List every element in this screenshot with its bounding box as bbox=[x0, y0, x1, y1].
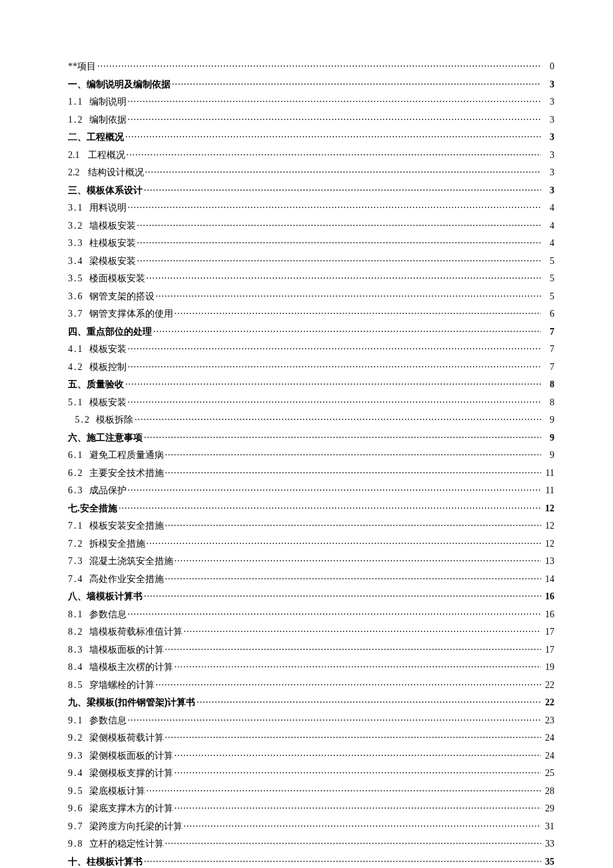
toc-entry-title: 模板控制 bbox=[89, 362, 127, 372]
toc-entry[interactable]: 1.2编制依据3 bbox=[68, 113, 554, 126]
toc-entry[interactable]: 9.1参数信息23 bbox=[68, 714, 554, 727]
toc-entry-number: 7.4 bbox=[68, 574, 84, 585]
toc-leader-dots bbox=[175, 555, 542, 564]
table-of-contents: **项目0一、编制说明及编制依据31.1编制说明31.2编制依据3二、工程概况3… bbox=[68, 60, 554, 868]
toc-leader-dots bbox=[153, 325, 541, 335]
toc-entry-label: **项目 bbox=[68, 61, 96, 73]
toc-leader-dots bbox=[172, 78, 541, 87]
toc-entry[interactable]: 8.3墙模板面板的计算17 bbox=[68, 643, 554, 656]
toc-entry[interactable]: 5.1模板安装8 bbox=[68, 396, 554, 409]
toc-entry[interactable]: 二、工程概况3 bbox=[68, 131, 554, 143]
toc-entry-title: 用料说明 bbox=[89, 203, 127, 213]
toc-entry[interactable]: 9.8立杆的稳定性计算33 bbox=[68, 837, 554, 850]
toc-leader-dots bbox=[147, 785, 542, 794]
toc-entry-page: 22 bbox=[542, 697, 554, 708]
toc-entry-number: 9.5 bbox=[68, 786, 84, 797]
toc-leader-dots bbox=[147, 537, 542, 547]
toc-entry-title: 立杆的稳定性计算 bbox=[89, 839, 164, 849]
toc-entry-page: 0 bbox=[542, 61, 554, 72]
toc-entry[interactable]: 九、梁模板(扣件钢管架)计算书22 bbox=[68, 696, 554, 709]
toc-entry[interactable]: 8.5穿墙螺栓的计算22 bbox=[68, 679, 554, 691]
toc-entry-label: 1.1编制说明 bbox=[68, 96, 127, 108]
toc-entry-number: 8.2 bbox=[68, 627, 84, 637]
toc-leader-dots bbox=[128, 396, 542, 405]
toc-entry-title: 墙模板主次楞的计算 bbox=[89, 662, 173, 672]
toc-entry[interactable]: 3.6钢管支架的搭设5 bbox=[68, 290, 554, 303]
toc-leader-dots bbox=[175, 749, 542, 759]
toc-entry-title: 墙模板荷载标准值计算 bbox=[89, 627, 183, 637]
toc-entry[interactable]: 9.4梁侧模板支撑的计算25 bbox=[68, 767, 554, 779]
toc-entry[interactable]: 7.4高处作业安全措施14 bbox=[68, 573, 554, 585]
toc-entry[interactable]: 4.2模板控制7 bbox=[68, 361, 554, 373]
toc-entry[interactable]: 3.4梁模板安装5 bbox=[68, 255, 554, 267]
toc-entry-label: 8.4墙模板主次楞的计算 bbox=[68, 661, 173, 673]
toc-entry[interactable]: 3.2墙模板安装4 bbox=[68, 219, 554, 232]
toc-entry-label: 6.1避免工程质量通病 bbox=[68, 449, 164, 461]
toc-entry[interactable]: 5.2模板拆除9 bbox=[68, 413, 554, 426]
toc-leader-dots bbox=[144, 855, 541, 865]
toc-entry-label: 五、质量验收 bbox=[68, 379, 124, 391]
toc-entry[interactable]: 6.2主要安全技术措施11 bbox=[68, 467, 554, 479]
toc-entry-page: 24 bbox=[542, 733, 554, 743]
toc-entry-label: 8.3墙模板面板的计算 bbox=[68, 644, 164, 656]
toc-entry-label: 9.6梁底支撑木方的计算 bbox=[68, 803, 173, 815]
toc-entry[interactable]: 1.1编制说明3 bbox=[68, 95, 554, 108]
toc-entry[interactable]: 6.1避免工程质量通病9 bbox=[68, 449, 554, 461]
toc-entry[interactable]: 9.3梁侧模板面板的计算24 bbox=[68, 749, 554, 762]
toc-leader-dots bbox=[165, 643, 542, 653]
toc-leader-dots bbox=[128, 201, 542, 211]
toc-entry[interactable]: 八、墙模板计算书16 bbox=[68, 590, 554, 603]
toc-entry[interactable]: 7.3混凝土浇筑安全措施13 bbox=[68, 555, 554, 567]
toc-leader-dots bbox=[119, 502, 541, 511]
toc-entry-page: 12 bbox=[542, 503, 554, 514]
toc-entry-title: 梁跨度方向托梁的计算 bbox=[89, 821, 183, 831]
toc-entry-page: 6 bbox=[542, 309, 554, 319]
toc-entry[interactable]: 9.2梁侧模板荷载计算24 bbox=[68, 731, 554, 744]
toc-entry-title: 模板安装 bbox=[89, 344, 127, 354]
toc-entry[interactable]: 7.1模板安装安全措施12 bbox=[68, 519, 554, 532]
toc-entry[interactable]: 8.4墙模板主次楞的计算19 bbox=[68, 661, 554, 673]
toc-entry[interactable]: 3.3柱模板安装4 bbox=[68, 237, 554, 249]
toc-entry[interactable]: 9.7梁跨度方向托梁的计算31 bbox=[68, 820, 554, 833]
toc-entry-title: 梁底模板计算 bbox=[89, 786, 145, 796]
toc-entry[interactable]: 三、模板体系设计3 bbox=[68, 184, 554, 197]
toc-entry[interactable]: 8.2墙模板荷载标准值计算17 bbox=[68, 625, 554, 638]
toc-leader-dots bbox=[175, 661, 542, 670]
toc-leader-dots bbox=[197, 696, 541, 705]
toc-entry[interactable]: 6.3成品保护11 bbox=[68, 484, 554, 497]
toc-entry-title: 主要安全技术措施 bbox=[89, 468, 164, 478]
toc-entry-page: 4 bbox=[542, 221, 554, 231]
toc-leader-dots bbox=[137, 255, 542, 264]
toc-entry[interactable]: 9.5梁底模板计算28 bbox=[68, 785, 554, 797]
toc-entry[interactable]: 七.安全措施12 bbox=[68, 502, 554, 515]
toc-leader-dots bbox=[125, 378, 541, 387]
toc-entry-number: 4.1 bbox=[68, 344, 84, 355]
toc-entry-number: 6.1 bbox=[68, 450, 84, 461]
toc-entry-number: 9.1 bbox=[68, 715, 84, 726]
toc-entry-page: 4 bbox=[542, 238, 554, 249]
toc-entry-number: 8.4 bbox=[68, 662, 84, 673]
toc-entry[interactable]: 四、重点部位的处理7 bbox=[68, 325, 554, 338]
toc-entry-label: 3.3柱模板安装 bbox=[68, 237, 136, 249]
toc-entry[interactable]: 3.5楼面模板安装5 bbox=[68, 272, 554, 285]
toc-leader-dots bbox=[175, 307, 542, 317]
toc-entry-title: 参数信息 bbox=[89, 715, 127, 725]
toc-entry[interactable]: 4.1模板安装7 bbox=[68, 343, 554, 355]
toc-entry-title: 梁侧模板支撑的计算 bbox=[89, 768, 173, 778]
toc-entry-title: 梁侧模板面板的计算 bbox=[89, 751, 173, 761]
toc-entry[interactable]: 一、编制说明及编制依据3 bbox=[68, 78, 554, 91]
toc-entry[interactable]: 3.1用料说明4 bbox=[68, 201, 554, 214]
toc-entry[interactable]: 2.2结构设计概况3 bbox=[68, 166, 554, 179]
toc-entry[interactable]: 2.1工程概况3 bbox=[68, 149, 554, 161]
toc-entry[interactable]: 五、质量验收8 bbox=[68, 378, 554, 391]
toc-entry[interactable]: 六、施工注意事项9 bbox=[68, 431, 554, 444]
toc-entry[interactable]: **项目0 bbox=[68, 60, 554, 73]
toc-entry-page: 8 bbox=[542, 379, 554, 390]
toc-entry[interactable]: 3.7钢管支撑体系的使用6 bbox=[68, 307, 554, 320]
toc-entry[interactable]: 9.6梁底支撑木方的计算29 bbox=[68, 802, 554, 815]
toc-entry[interactable]: 十、柱模板计算书35 bbox=[68, 855, 554, 868]
toc-leader-dots bbox=[128, 113, 542, 123]
toc-entry[interactable]: 8.1参数信息16 bbox=[68, 608, 554, 621]
toc-entry[interactable]: 7.2拆模安全措施12 bbox=[68, 537, 554, 550]
toc-entry-page: 12 bbox=[542, 521, 554, 531]
